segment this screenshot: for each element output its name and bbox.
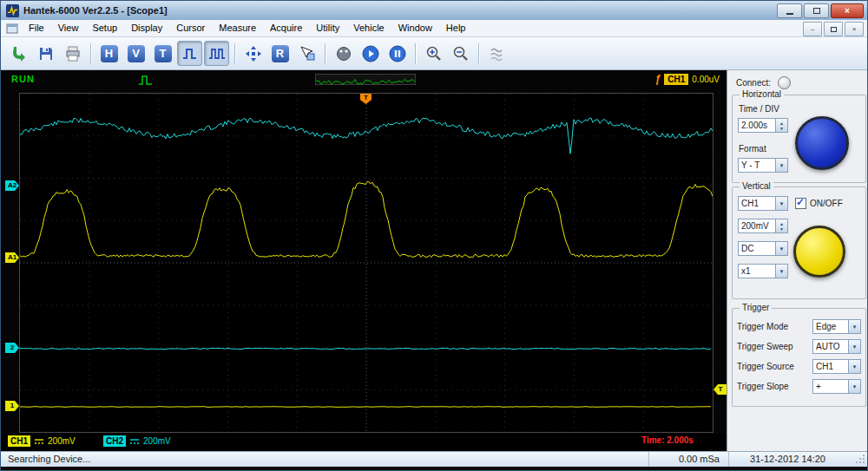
record-button[interactable]: R [267, 41, 293, 66]
maximize-button[interactable] [804, 3, 829, 18]
datetime: 31-12-2012 14:20 [728, 452, 846, 467]
menu-items: FileViewSetupDisplayCursorMeasureAcquire… [22, 20, 472, 36]
pause-button[interactable] [385, 41, 410, 66]
vertical-channel-value: CH1 [741, 199, 759, 208]
start-button[interactable] [358, 41, 383, 66]
trigger-50-button[interactable] [331, 41, 356, 66]
app-icon [6, 4, 19, 17]
zoom-in-button[interactable] [421, 41, 446, 66]
trigger-slope-select[interactable]: +▼ [812, 379, 861, 394]
format-select[interactable]: Y - T ▼ [738, 158, 788, 173]
toolbar-separator [478, 43, 479, 64]
taskbar-edge [1, 467, 867, 471]
pause-icon [389, 45, 406, 62]
menu-utility[interactable]: Utility [309, 20, 346, 36]
marker-trigger-level[interactable]: T [713, 384, 727, 395]
toolbar: HVTR [1, 37, 867, 70]
menu-display[interactable]: Display [124, 20, 169, 36]
chevron-down-icon[interactable]: ▼ [848, 360, 860, 373]
marker-ch1-ground[interactable]: 1 [5, 401, 19, 411]
probe-select[interactable]: x1 ▼ [738, 264, 788, 278]
marker-ch2-ground[interactable]: 2 [5, 343, 19, 353]
vertical-scale-select[interactable]: 200mV ▲▼ [738, 219, 788, 233]
pulse-icon [181, 45, 199, 62]
coupling-select[interactable]: DC ▼ [738, 241, 788, 256]
connect-button[interactable] [6, 41, 31, 66]
mdi-close-button[interactable]: × [845, 22, 864, 36]
chevron-down-icon[interactable]: ▼ [848, 340, 860, 353]
print-button[interactable] [60, 41, 85, 66]
autoscale-button[interactable] [240, 41, 266, 66]
menu-setup[interactable]: Setup [85, 20, 124, 36]
waveform-overview-bar[interactable] [315, 74, 416, 85]
timediv-select[interactable]: 2.000s ▲▼ [738, 118, 788, 133]
menu-measure[interactable]: Measure [212, 20, 263, 36]
menu-window[interactable]: Window [391, 20, 439, 36]
onoff-checkbox[interactable]: ✓ [795, 198, 806, 209]
chevron-down-icon[interactable]: ▼ [775, 159, 787, 172]
cursor-button[interactable] [294, 41, 319, 66]
chevron-down-icon[interactable]: ▼ [775, 265, 787, 278]
expand-icon [245, 45, 262, 62]
vertical-knob[interactable] [793, 226, 845, 278]
trigger-level-value: 0.00uV [692, 75, 720, 84]
pulse-a-button[interactable] [177, 41, 202, 66]
chevron-down-icon[interactable]: ▼ [775, 242, 787, 255]
zoom-out-button[interactable] [448, 41, 473, 66]
chevron-down-icon[interactable]: ▼ [775, 197, 787, 210]
erase-icon [489, 45, 506, 62]
trigger-source-select[interactable]: CH1▼ [812, 359, 861, 374]
resize-grip[interactable] [856, 454, 865, 465]
spinner-arrows-icon[interactable]: ▲▼ [775, 219, 787, 232]
horizontal-knob[interactable] [795, 116, 849, 170]
mdi-minimize-button[interactable]: – [803, 22, 822, 36]
trigger-sweep-select[interactable]: AUTO▼ [812, 339, 861, 354]
trigger-mode-select[interactable]: Edge▼ [812, 319, 861, 334]
record-button-label: R [272, 45, 289, 62]
marker-a1[interactable]: A1 [5, 252, 19, 263]
trigger-panel-button-label: T [155, 45, 172, 62]
scope-region: RUN ƒ CH1 0.00uV T A2 A1 2 1 T CH1 200mV [1, 70, 727, 451]
zoom-in-icon [425, 45, 443, 62]
menu-help[interactable]: Help [439, 20, 473, 36]
play-icon [362, 45, 379, 62]
trigger-row-label: Trigger Source [737, 362, 794, 371]
titlebar[interactable]: Hantek-6000 Ver2.2.5 - [Scope1] × [1, 1, 867, 20]
scope-display[interactable]: T [19, 93, 713, 433]
vertical-panel-button[interactable]: V [123, 41, 148, 66]
ch2-scale: 200mV [143, 436, 171, 446]
statusbar: Searching Device... 0.00 mSa 31-12-2012 … [1, 451, 867, 467]
app-window: Hantek-6000 Ver2.2.5 - [Scope1] × FileVi… [0, 0, 868, 471]
timebase-readout: Time: 2.000s [641, 435, 694, 445]
format-label: Format [739, 144, 766, 154]
format-value: Y - T [741, 160, 760, 170]
menu-cursor[interactable]: Cursor [169, 20, 212, 36]
trigger-group: Trigger Trigger ModeEdge▼Trigger SweepAU… [732, 308, 866, 407]
trigger-panel-button[interactable]: T [150, 41, 175, 66]
chevron-down-icon[interactable]: ▼ [848, 380, 860, 393]
scope-document-icon[interactable] [6, 23, 18, 34]
combo-value: CH1 [816, 362, 833, 371]
onoff-label: ON/OFF [810, 199, 843, 208]
close-button[interactable]: × [831, 3, 864, 18]
vertical-group-title: Vertical [740, 181, 773, 191]
toolbar-separator [90, 43, 91, 64]
spinner-arrows-icon[interactable]: ▲▼ [775, 119, 787, 132]
vertical-panel-button-label: V [128, 45, 145, 62]
menu-view[interactable]: View [51, 20, 86, 36]
menu-acquire[interactable]: Acquire [263, 20, 309, 36]
vertical-channel-select[interactable]: CH1 ▼ [738, 196, 788, 211]
chevron-down-icon[interactable]: ▼ [848, 320, 860, 333]
save-button[interactable] [33, 41, 58, 66]
minimize-button[interactable] [777, 3, 802, 18]
menu-file[interactable]: File [22, 20, 51, 36]
control-panel: Connect: Horizontal Time / DIV 2.000s ▲▼… [727, 70, 868, 451]
pulse-b-button[interactable] [204, 41, 229, 66]
printer-icon [64, 45, 82, 62]
mdi-restore-button[interactable] [824, 22, 843, 36]
erase-button[interactable] [484, 41, 510, 66]
channel-strip: CH1 200mV CH2 200mV Time: 2.000s [1, 434, 727, 449]
menu-vehicle[interactable]: Vehicle [346, 20, 391, 36]
horizontal-panel-button[interactable]: H [96, 41, 122, 66]
marker-a2[interactable]: A2 [5, 180, 19, 191]
